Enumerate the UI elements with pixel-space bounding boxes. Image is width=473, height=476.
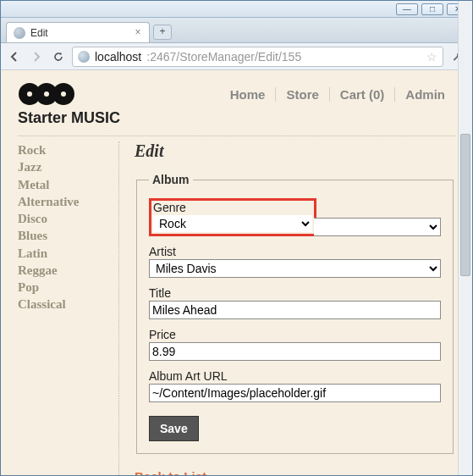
genre-select[interactable]: Rock bbox=[153, 215, 312, 232]
divider bbox=[18, 136, 455, 136]
save-button[interactable]: Save bbox=[149, 416, 199, 441]
title-input[interactable] bbox=[149, 301, 441, 319]
tab-title: Edit bbox=[30, 27, 48, 39]
artist-label: Artist bbox=[149, 245, 441, 258]
field-price: Price bbox=[149, 328, 441, 361]
sidebar-item-classical[interactable]: Classical bbox=[18, 296, 107, 313]
forward-button[interactable] bbox=[28, 48, 45, 65]
sidebar-item-rock[interactable]: Rock bbox=[18, 141, 107, 158]
address-bar[interactable]: localhost:2467/StoreManager/Edit/155 ☆ bbox=[72, 47, 443, 67]
title-label: Title bbox=[149, 286, 441, 300]
nav-home[interactable]: Home bbox=[220, 87, 277, 102]
arturl-label: Album Art URL bbox=[149, 369, 441, 383]
back-to-list-link[interactable]: Back to List bbox=[135, 469, 206, 475]
field-arturl: Album Art URL bbox=[149, 369, 441, 402]
main-panel: Edit Album Genre Rock bbox=[119, 141, 455, 475]
page-body: Rock Jazz Metal Alternative Disco Blues … bbox=[18, 141, 455, 475]
sidebar-item-pop[interactable]: Pop bbox=[18, 279, 107, 296]
sidebar-item-jazz[interactable]: Jazz bbox=[18, 158, 107, 175]
window-minimize-button[interactable]: — bbox=[396, 3, 418, 15]
back-button[interactable] bbox=[6, 48, 23, 65]
tab-close-icon[interactable]: × bbox=[132, 26, 144, 38]
genre-select-full[interactable] bbox=[314, 218, 441, 236]
brand-name: Starter MUSIC bbox=[18, 109, 120, 127]
top-nav: Home Store Cart (0) Admin bbox=[220, 87, 455, 102]
sidebar-item-disco[interactable]: Disco bbox=[18, 210, 107, 227]
genre-highlight: Genre Rock bbox=[149, 198, 316, 236]
sidebar-item-reggae[interactable]: Reggae bbox=[18, 262, 107, 279]
svg-point-5 bbox=[61, 91, 66, 97]
browser-toolbar: localhost:2467/StoreManager/Edit/155 ☆ bbox=[1, 43, 472, 70]
price-input[interactable] bbox=[149, 342, 441, 361]
album-fieldset: Album Genre Rock bbox=[136, 173, 454, 454]
nav-cart[interactable]: Cart (0) bbox=[330, 87, 396, 102]
page-heading: Edit bbox=[135, 141, 455, 161]
svg-point-1 bbox=[27, 91, 32, 97]
logo-icon bbox=[18, 82, 120, 106]
nav-store[interactable]: Store bbox=[276, 87, 329, 102]
genre-label: Genre bbox=[153, 201, 312, 214]
browser-window: — □ ✕ Edit × + localhost:2467/StoreManag… bbox=[0, 0, 473, 476]
price-label: Price bbox=[149, 328, 441, 341]
site-header: Starter MUSIC Home Store Cart (0) Admin bbox=[18, 82, 455, 127]
field-artist: Artist Miles Davis bbox=[149, 245, 441, 278]
window-maximize-button[interactable]: □ bbox=[421, 3, 443, 15]
scrollbar-thumb[interactable] bbox=[460, 134, 470, 276]
field-title: Title bbox=[149, 286, 441, 319]
nav-admin[interactable]: Admin bbox=[395, 87, 455, 102]
bookmark-star-icon[interactable]: ☆ bbox=[426, 50, 437, 64]
window-titlebar: — □ ✕ bbox=[1, 1, 472, 18]
brand: Starter MUSIC bbox=[18, 82, 120, 127]
vertical-scrollbar[interactable] bbox=[458, 1, 472, 475]
new-tab-button[interactable]: + bbox=[153, 25, 172, 40]
sidebar-item-blues[interactable]: Blues bbox=[18, 227, 107, 244]
sidebar-item-alternative[interactable]: Alternative bbox=[18, 193, 107, 210]
fieldset-legend: Album bbox=[149, 173, 193, 186]
genre-sidebar: Rock Jazz Metal Alternative Disco Blues … bbox=[18, 141, 119, 475]
arturl-input[interactable] bbox=[149, 384, 441, 402]
url-host: localhost bbox=[95, 50, 141, 64]
browser-tab[interactable]: Edit × bbox=[6, 22, 150, 42]
url-path: :2467/StoreManager/Edit/155 bbox=[146, 50, 301, 64]
svg-point-3 bbox=[44, 91, 49, 97]
page-content: Starter MUSIC Home Store Cart (0) Admin … bbox=[1, 70, 472, 475]
tab-favicon-icon bbox=[14, 27, 25, 39]
tab-strip: Edit × + bbox=[1, 18, 472, 43]
field-genre: Genre Rock bbox=[149, 198, 441, 236]
reload-button[interactable] bbox=[50, 48, 67, 65]
sidebar-item-latin[interactable]: Latin bbox=[18, 245, 107, 262]
sidebar-item-metal[interactable]: Metal bbox=[18, 176, 107, 193]
artist-select[interactable]: Miles Davis bbox=[149, 259, 441, 278]
globe-icon bbox=[78, 51, 90, 63]
